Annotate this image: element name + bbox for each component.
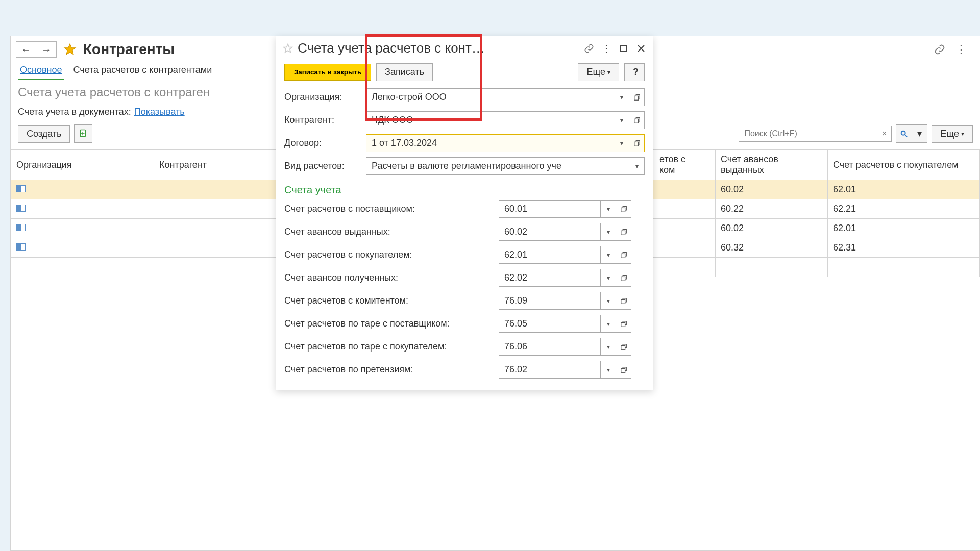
save-and-close-button[interactable]: Записать и закрыть xyxy=(284,64,371,81)
col-buyer[interactable]: Счет расчетов с покупателем xyxy=(828,150,980,180)
acc-input[interactable]: 60.02 xyxy=(499,223,601,241)
svg-rect-17 xyxy=(621,299,625,304)
help-button[interactable]: ? xyxy=(624,63,645,81)
dog-label: Договор: xyxy=(284,138,366,148)
favorite-star-icon[interactable] xyxy=(63,42,77,57)
col-partial1[interactable]: етов с ком xyxy=(654,150,716,180)
search-menu-button[interactable]: ▾ xyxy=(896,124,927,143)
acc-input[interactable]: 76.09 xyxy=(499,292,601,310)
tab-main[interactable]: Основное xyxy=(18,62,64,80)
open-icon[interactable] xyxy=(629,134,645,152)
chevron-down-icon[interactable]: ▾ xyxy=(601,223,616,241)
page-title: Контрагенты xyxy=(83,41,175,58)
row-acc-5: Счет расчетов по таре с поставщиком: 76.… xyxy=(284,315,645,333)
col-advances[interactable]: Счет авансов выданных xyxy=(716,150,828,180)
kebab-icon[interactable]: ⋮ xyxy=(954,43,968,56)
chevron-down-icon[interactable]: ▾ xyxy=(614,134,629,152)
chevron-down-icon[interactable]: ▾ xyxy=(629,157,645,175)
svg-rect-16 xyxy=(621,277,625,281)
search-box[interactable]: × xyxy=(739,126,892,142)
forward-button[interactable]: → xyxy=(36,41,57,58)
row-dogovor: Договор: 1 от 17.03.2024 ▾ xyxy=(284,134,645,152)
more-button[interactable]: Еще▾ xyxy=(932,125,973,143)
vid-label: Вид расчетов: xyxy=(284,161,366,171)
favorite-outline-icon[interactable] xyxy=(282,43,293,54)
back-button[interactable]: ← xyxy=(16,41,36,58)
open-icon[interactable] xyxy=(616,338,631,356)
dialog-title: Счета учета расчетов с конт… xyxy=(298,40,579,56)
svg-line-5 xyxy=(905,135,907,137)
create-button[interactable]: Создать xyxy=(18,125,70,143)
chevron-down-icon[interactable]: ▾ xyxy=(601,200,616,218)
row-flag-icon xyxy=(16,185,26,192)
dog-input[interactable]: 1 от 17.03.2024 xyxy=(366,134,614,152)
open-icon[interactable] xyxy=(616,200,631,218)
acc-input[interactable]: 60.01 xyxy=(499,200,601,218)
chevron-down-icon[interactable]: ▾ xyxy=(601,292,616,310)
kontr-input[interactable]: ЧДК ООО xyxy=(366,111,614,129)
svg-point-4 xyxy=(901,131,905,135)
chevron-down-icon[interactable]: ▾ xyxy=(614,88,629,106)
org-input[interactable]: Легко-строй ООО xyxy=(366,88,614,106)
row-acc-0: Счет расчетов с поставщиком: 60.01 ▾ xyxy=(284,200,645,218)
row-kontragent: Контрагент: ЧДК ООО ▾ xyxy=(284,111,645,129)
chevron-down-icon[interactable]: ▾ xyxy=(614,111,629,129)
copy-button[interactable] xyxy=(74,124,92,143)
chevron-down-icon[interactable]: ▾ xyxy=(601,269,616,287)
acc-input[interactable]: 62.01 xyxy=(499,246,601,264)
org-label: Организация: xyxy=(284,92,366,103)
dialog-more-button[interactable]: Еще▾ xyxy=(578,63,619,81)
open-icon[interactable] xyxy=(629,111,645,129)
chevron-down-icon[interactable]: ▾ xyxy=(601,338,616,356)
maximize-icon[interactable] xyxy=(618,43,629,54)
search-input[interactable] xyxy=(739,126,877,141)
section-title: Счета учета xyxy=(284,180,645,200)
documents-label: Счета учета в документах: xyxy=(18,107,131,117)
dialog-titlebar: Счета учета расчетов с конт… ⋮ xyxy=(276,36,653,60)
svg-rect-13 xyxy=(621,208,625,212)
svg-rect-19 xyxy=(621,345,625,349)
svg-rect-18 xyxy=(621,322,625,327)
open-icon[interactable] xyxy=(616,315,631,333)
dialog-toolbar: Записать и закрыть Записать Еще▾ ? xyxy=(276,60,653,88)
open-icon[interactable] xyxy=(616,292,631,310)
row-flag-icon xyxy=(16,224,26,231)
form-area: Организация: Легко-строй ООО ▾ Контраген… xyxy=(276,88,653,379)
open-icon[interactable] xyxy=(629,88,645,106)
svg-rect-14 xyxy=(621,231,625,235)
vid-input[interactable]: Расчеты в валюте регламентированного уче xyxy=(366,157,629,175)
col-org[interactable]: Организация xyxy=(11,150,154,180)
save-button[interactable]: Записать xyxy=(376,63,433,81)
svg-rect-20 xyxy=(621,368,625,372)
kebab-icon[interactable]: ⋮ xyxy=(601,43,612,54)
close-icon[interactable] xyxy=(635,43,647,54)
svg-rect-11 xyxy=(634,119,638,123)
acc-input[interactable]: 62.02 xyxy=(499,269,601,287)
row-acc-4: Счет расчетов с комитентом: 76.09 ▾ xyxy=(284,292,645,310)
acc-input[interactable]: 76.02 xyxy=(499,361,601,379)
chevron-down-icon[interactable]: ▾ xyxy=(601,315,616,333)
row-acc-2: Счет расчетов с покупателем: 62.01 ▾ xyxy=(284,246,645,264)
open-icon[interactable] xyxy=(616,269,631,287)
search-clear-button[interactable]: × xyxy=(877,126,891,141)
col-kontragent[interactable]: Контрагент xyxy=(154,150,277,180)
chevron-down-icon[interactable]: ▾ xyxy=(601,361,616,379)
tab-accounts[interactable]: Счета расчетов с контрагентами xyxy=(71,62,214,80)
svg-rect-7 xyxy=(621,45,627,52)
chevron-down-icon[interactable]: ▾ xyxy=(601,246,616,264)
svg-rect-15 xyxy=(621,254,625,258)
row-flag-icon xyxy=(16,205,26,212)
open-icon[interactable] xyxy=(616,361,631,379)
acc-input[interactable]: 76.05 xyxy=(499,315,601,333)
open-icon[interactable] xyxy=(616,223,631,241)
chevron-down-icon: ▾ xyxy=(912,125,927,142)
open-icon[interactable] xyxy=(616,246,631,264)
documents-link[interactable]: Показывать xyxy=(134,107,185,117)
svg-rect-10 xyxy=(634,96,638,100)
row-acc-6: Счет расчетов по таре с покупателем: 76.… xyxy=(284,338,645,356)
svg-marker-0 xyxy=(64,44,76,55)
link-icon[interactable] xyxy=(933,43,946,56)
acc-input[interactable]: 76.06 xyxy=(499,338,601,356)
link-icon[interactable] xyxy=(583,43,595,54)
magnifier-icon xyxy=(896,125,912,142)
